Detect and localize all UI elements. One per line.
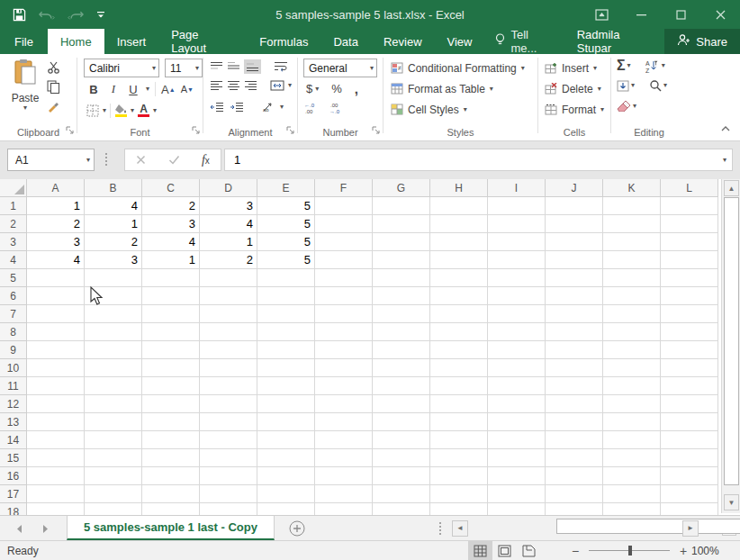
copy-icon[interactable] [47, 80, 60, 94]
cut-icon[interactable] [47, 61, 60, 74]
column-header-G[interactable]: G [373, 179, 430, 197]
decrease-font-size-icon[interactable]: A▼ [181, 84, 194, 95]
underline-button[interactable]: U [126, 83, 140, 96]
cell-I5[interactable] [488, 269, 546, 287]
cell-L8[interactable] [661, 323, 718, 341]
tab-data[interactable]: Data [320, 29, 370, 54]
row-header-6[interactable]: 6 [0, 287, 27, 305]
cell-H3[interactable] [430, 233, 488, 251]
cell-L17[interactable] [661, 485, 718, 503]
increase-indent-icon[interactable] [230, 102, 244, 113]
cell-J18[interactable] [546, 503, 603, 515]
wrap-text-icon[interactable] [274, 61, 288, 72]
column-header-I[interactable]: I [488, 179, 546, 197]
row-header-2[interactable]: 2 [0, 215, 27, 233]
cell-styles-button[interactable]: Cell Styles ▾ [391, 100, 467, 119]
cell-B2[interactable]: 1 [85, 215, 142, 233]
row-header-9[interactable]: 9 [0, 341, 27, 359]
tab-view[interactable]: View [435, 29, 485, 54]
horizontal-scrollbar[interactable]: ◄ ► [450, 516, 717, 540]
fill-color-icon[interactable] [114, 104, 127, 117]
maximize-icon[interactable] [661, 0, 700, 29]
increase-font-size-icon[interactable]: A▲ [161, 83, 176, 96]
cell-K13[interactable] [603, 413, 661, 431]
cell-K12[interactable] [603, 395, 661, 413]
scroll-right-icon[interactable]: ► [682, 520, 699, 537]
cell-K1[interactable] [603, 197, 661, 215]
cell-I10[interactable] [488, 359, 546, 377]
cell-C1[interactable]: 2 [142, 197, 200, 215]
cell-A10[interactable] [27, 359, 85, 377]
cell-D6[interactable] [200, 287, 257, 305]
cell-F5[interactable] [315, 269, 373, 287]
column-header-A[interactable]: A [27, 179, 85, 197]
cell-G1[interactable] [373, 197, 430, 215]
select-all-corner[interactable] [0, 179, 27, 197]
paste-button[interactable]: Paste ▾ [7, 59, 43, 123]
row-header-13[interactable]: 13 [0, 413, 27, 431]
cell-K8[interactable] [603, 323, 661, 341]
comma-style-icon[interactable]: , [355, 81, 358, 96]
cell-H14[interactable] [430, 431, 488, 449]
cell-F14[interactable] [315, 431, 373, 449]
align-left-icon[interactable] [210, 80, 223, 91]
cell-K17[interactable] [603, 485, 661, 503]
column-header-D[interactable]: D [200, 179, 257, 197]
row-header-7[interactable]: 7 [0, 305, 27, 323]
save-icon[interactable] [13, 8, 26, 22]
vertical-scrollbar-thumb[interactable] [724, 197, 739, 485]
cell-L5[interactable] [661, 269, 718, 287]
cell-K7[interactable] [603, 305, 661, 323]
cell-A11[interactable] [27, 377, 85, 395]
cell-B11[interactable] [85, 377, 142, 395]
cell-A7[interactable] [27, 305, 85, 323]
user-account[interactable]: Radmila Stupar [566, 28, 662, 55]
cell-K4[interactable] [603, 251, 661, 269]
cell-D14[interactable] [200, 431, 257, 449]
cell-H6[interactable] [430, 287, 488, 305]
cell-K14[interactable] [603, 431, 661, 449]
name-box-dropdown-arrow[interactable]: ▾ [86, 157, 90, 164]
cell-I2[interactable] [488, 215, 546, 233]
cell-D2[interactable]: 4 [200, 215, 257, 233]
cell-F13[interactable] [315, 413, 373, 431]
insert-cells-button[interactable]: Insert ▾ [545, 59, 597, 77]
format-painter-icon[interactable] [47, 100, 60, 113]
cell-J4[interactable] [546, 251, 603, 269]
cell-K5[interactable] [603, 269, 661, 287]
cell-H18[interactable] [430, 503, 488, 515]
cell-L14[interactable] [661, 431, 718, 449]
cell-C13[interactable] [142, 413, 200, 431]
accounting-format-icon[interactable]: $ [306, 82, 312, 95]
borders-dropdown-arrow[interactable]: ▾ [103, 107, 106, 114]
cell-L6[interactable] [661, 287, 718, 305]
undo-icon[interactable] [39, 8, 55, 21]
column-header-J[interactable]: J [546, 179, 603, 197]
cell-A1[interactable]: 1 [27, 197, 85, 215]
cell-G4[interactable] [373, 251, 430, 269]
italic-button[interactable]: I [106, 82, 121, 96]
cell-G11[interactable] [373, 377, 430, 395]
cell-C9[interactable] [142, 341, 200, 359]
scroll-left-icon[interactable]: ◄ [452, 520, 468, 537]
cell-F9[interactable] [315, 341, 373, 359]
cell-F6[interactable] [315, 287, 373, 305]
cell-D5[interactable] [200, 269, 257, 287]
format-as-table-button[interactable]: Format as Table ▾ [391, 79, 493, 98]
page-break-preview-icon[interactable] [517, 541, 541, 560]
cell-K11[interactable] [603, 377, 661, 395]
cell-A6[interactable] [27, 287, 85, 305]
cell-C15[interactable] [142, 449, 200, 467]
column-header-E[interactable]: E [257, 179, 315, 197]
fill-down-icon[interactable] [617, 80, 629, 92]
cell-E2[interactable]: 5 [257, 215, 315, 233]
cell-D11[interactable] [200, 377, 257, 395]
top-align-icon[interactable] [210, 61, 223, 72]
cell-C12[interactable] [142, 395, 200, 413]
cell-F17[interactable] [315, 485, 373, 503]
cell-A14[interactable] [27, 431, 85, 449]
column-header-C[interactable]: C [142, 179, 200, 197]
cell-G7[interactable] [373, 305, 430, 323]
row-header-10[interactable]: 10 [0, 359, 27, 377]
underline-dropdown-arrow[interactable]: ▾ [146, 86, 149, 93]
